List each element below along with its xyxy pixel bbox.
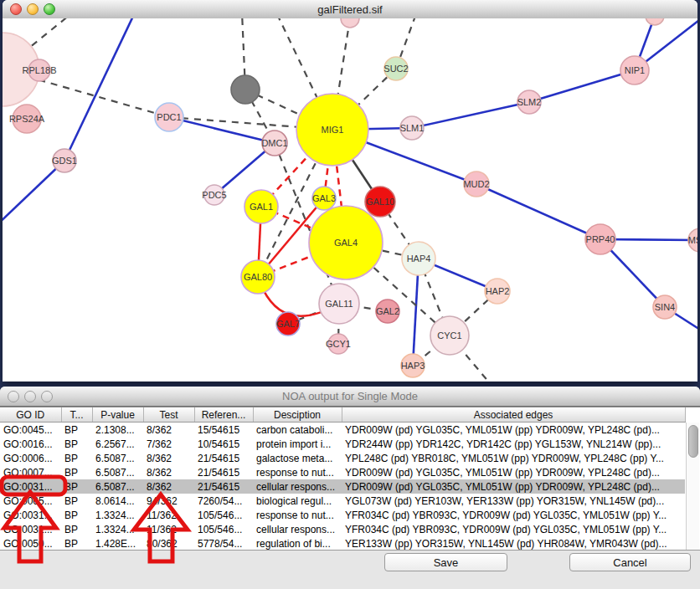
noa-results-table[interactable]: GO IDT...P-valueTestReferen...Desciption…	[0, 407, 686, 551]
table-cell[interactable]: response to nut...	[253, 508, 342, 522]
column-header-referen-[interactable]: Referen...	[194, 407, 253, 423]
table-cell[interactable]: 105/546...	[194, 508, 253, 522]
table-row[interactable]: GO:0007...BP6.5087...8/36221/54615respon…	[0, 465, 685, 479]
table-cell[interactable]: 11/362	[143, 508, 194, 522]
table-cell[interactable]: 15/54615	[194, 423, 253, 438]
table-cell[interactable]: 1.3324...	[92, 508, 143, 522]
table-cell[interactable]: YPL248C (pd) YBR018C, YML051W (pp) YDR00…	[342, 451, 685, 465]
column-header-test[interactable]: Test	[143, 407, 194, 423]
table-cell[interactable]: 11/362	[143, 522, 194, 536]
table-cell[interactable]: 7/362	[143, 437, 194, 451]
table-cell[interactable]: GO:0050...	[0, 536, 61, 551]
table-cell[interactable]: GO:0065...	[0, 494, 61, 508]
table-cell[interactable]: cellular respons...	[253, 522, 342, 536]
minimize-button[interactable]	[27, 3, 39, 15]
close-button[interactable]	[10, 3, 22, 15]
table-cell[interactable]: 8/362	[143, 465, 194, 479]
cancel-button[interactable]: Cancel	[569, 553, 691, 571]
table-cell[interactable]: 21/54615	[194, 465, 253, 479]
table-row[interactable]: GO:0031...BP1.3324...11/362105/546...res…	[0, 508, 685, 522]
node-graynode[interactable]	[231, 75, 260, 104]
table-cell[interactable]: BP	[61, 423, 92, 438]
table-cell[interactable]: regulation of bi...	[253, 536, 342, 551]
table-cell[interactable]: 10/54615	[194, 437, 253, 451]
table-cell[interactable]: galactose meta...	[253, 451, 342, 465]
table-cell[interactable]: 6.5087...	[92, 465, 143, 479]
table-cell[interactable]: 21/54615	[194, 451, 253, 465]
column-header-associated-edges[interactable]: Associated edges	[342, 407, 685, 423]
table-cell[interactable]: response to nut...	[253, 465, 342, 479]
table-cell[interactable]: GO:0045...	[0, 423, 61, 438]
table-cell[interactable]: YDR009W (pd) YGL035C, YML051W (pp) YDR00…	[342, 423, 685, 438]
table-cell[interactable]: protein import i...	[253, 437, 342, 451]
table-cell[interactable]: GO:0031...	[0, 522, 61, 536]
table-cell[interactable]: 6.5087...	[92, 451, 143, 465]
table-cell[interactable]: 94/362	[143, 494, 194, 508]
table-cell[interactable]: BP	[61, 437, 92, 451]
save-button[interactable]: Save	[384, 553, 507, 571]
table-cell[interactable]: YGL073W (pd) YER103W, YER133W (pp) YOR31…	[342, 494, 685, 508]
table-cell[interactable]: GO:0006...	[0, 451, 61, 465]
table-cell[interactable]: 1.428E...	[92, 536, 143, 551]
table-cell[interactable]: GO:0031...	[0, 508, 61, 522]
zoom-button[interactable]	[44, 3, 55, 15]
table-cell[interactable]: biological regul...	[253, 494, 342, 508]
column-header-t-[interactable]: T...	[61, 407, 92, 423]
table-cell[interactable]: 5778/54...	[194, 536, 253, 551]
table-row[interactable]: GO:0045...BP2.1308...8/36215/54615carbon…	[0, 423, 685, 438]
table-row[interactable]: GO:0031...BP1.3324...11/362105/546...cel…	[0, 522, 685, 536]
table-row[interactable]: GO:0016...BP6.2567...7/36210/54615protei…	[0, 437, 685, 451]
table-cell[interactable]: 6.5087...	[92, 479, 143, 494]
table-cell[interactable]: YDR009W (pd) YGL035C, YML051W (pp) YDR00…	[342, 465, 685, 479]
close-button-inactive[interactable]	[8, 391, 19, 402]
table-cell[interactable]: 8/362	[143, 423, 194, 438]
table-cell[interactable]: 105/546...	[194, 522, 253, 536]
table-cell[interactable]: BP	[61, 508, 92, 522]
table-cell[interactable]: BP	[61, 465, 92, 479]
table-cell[interactable]: carbon cataboli...	[253, 423, 342, 438]
table-row[interactable]: GO:0065...BP8.0614...94/3627260/54...bio…	[0, 494, 685, 508]
table-cell[interactable]: YFR034C (pd) YBR093C, YDR009W (pd) YGL03…	[342, 522, 685, 536]
table-row[interactable]: GO:0031...BP6.5087...8/36221/54615cellul…	[0, 479, 685, 494]
table-row[interactable]: GO:0050...BP1.428E...80/3625778/54...reg…	[0, 536, 685, 551]
column-header-p-value[interactable]: P-value	[92, 407, 143, 423]
table-cell[interactable]: BP	[61, 522, 92, 536]
table-cell[interactable]: BP	[61, 536, 92, 551]
vertical-scrollbar[interactable]	[686, 423, 699, 550]
table-cell[interactable]: 8/362	[143, 451, 194, 465]
table-cell[interactable]: GO:0031...	[0, 479, 61, 494]
edge-GDS1-aLeft[interactable]	[3, 161, 64, 228]
edge-MUD2-PRP40[interactable]	[476, 184, 600, 239]
network-titlebar[interactable]: galFiltered.sif	[3, 0, 697, 19]
column-header-go-id[interactable]: GO ID	[0, 407, 61, 423]
table-cell[interactable]: YFR034C (pd) YBR093C, YDR009W (pd) YGL03…	[342, 508, 685, 522]
edge-SLM1-SLM2[interactable]	[412, 102, 529, 128]
table-cell[interactable]: 8.0614...	[92, 494, 143, 508]
table-cell[interactable]: 7260/54...	[194, 494, 253, 508]
node-topclip2[interactable]	[646, 18, 664, 25]
table-cell[interactable]: 8/362	[143, 479, 194, 494]
table-cell[interactable]: 2.1308...	[92, 423, 143, 438]
scrollbar-thumb[interactable]	[688, 425, 698, 458]
table-cell[interactable]: 21/54615	[194, 479, 253, 494]
table-cell[interactable]: GO:0007...	[0, 465, 61, 479]
table-cell[interactable]: BP	[61, 479, 92, 494]
table-cell[interactable]: BP	[61, 494, 92, 508]
node-topclip1[interactable]	[341, 18, 359, 28]
table-cell[interactable]: YDR009W (pd) YGL035C, YML051W (pp) YDR00…	[342, 479, 685, 494]
table-cell[interactable]: cellular respons...	[253, 479, 342, 494]
table-cell[interactable]: 1.3324...	[92, 522, 143, 536]
zoom-button-inactive[interactable]	[41, 391, 53, 402]
table-cell[interactable]: 6.2567...	[92, 437, 143, 451]
edge-SLM2-NIP1[interactable]	[529, 70, 635, 102]
network-canvas[interactable]: RPL18BRPS24AGDS1PDC1DMC1MIG1SUC2SLM1SLM2…	[3, 18, 697, 382]
table-cell[interactable]: GO:0016...	[0, 437, 61, 451]
minimize-button-inactive[interactable]	[24, 391, 36, 402]
edge-aTL-GDS1[interactable]	[64, 18, 144, 161]
table-row[interactable]: GO:0006...BP6.5087...8/36221/54615galact…	[0, 451, 685, 465]
table-cell[interactable]: BP	[61, 451, 92, 465]
table-cell[interactable]: 80/362	[143, 536, 194, 551]
table-cell[interactable]: YER133W (pp) YOR315W, YNL145W (pd) YHR08…	[342, 536, 685, 551]
noa-titlebar[interactable]: NOA output for Single Mode	[0, 387, 700, 407]
column-header-desciption[interactable]: Desciption	[253, 407, 342, 423]
